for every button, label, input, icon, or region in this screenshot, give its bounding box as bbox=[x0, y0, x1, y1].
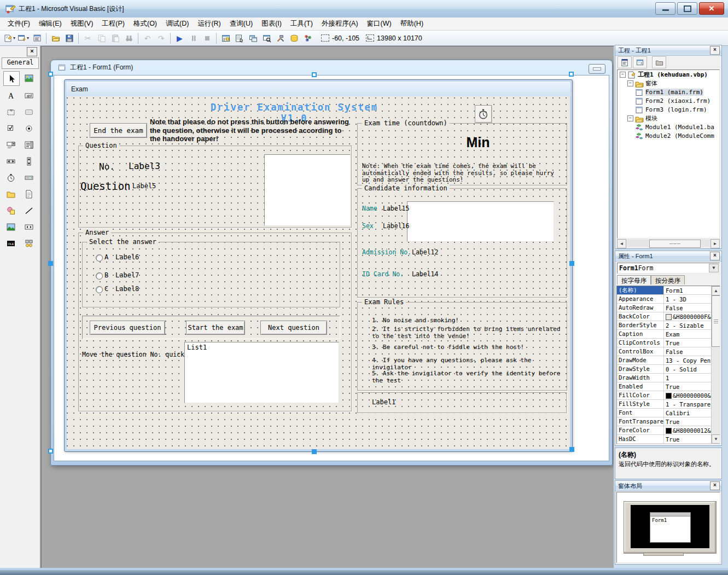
menu-item-11[interactable]: 外接程序(A) bbox=[317, 18, 363, 30]
tree-expander-icon[interactable]: − bbox=[620, 72, 626, 78]
view-code-button[interactable] bbox=[618, 56, 632, 68]
selection-handle[interactable] bbox=[312, 449, 317, 454]
toolbox-button[interactable] bbox=[273, 32, 287, 44]
tool-image-icon[interactable] bbox=[3, 220, 19, 234]
exam-form[interactable]: Exam Driver Examination System V1.0 End … bbox=[64, 79, 573, 452]
tool-dirlistbox-icon[interactable] bbox=[3, 187, 19, 201]
property-row[interactable]: ForeColor&H80000012& bbox=[617, 426, 712, 435]
menu-item-9[interactable]: 图表(I) bbox=[257, 18, 286, 30]
question-list-box[interactable]: List1 bbox=[184, 342, 339, 403]
timer-control[interactable] bbox=[475, 105, 492, 123]
tool-vscrollbar-icon[interactable] bbox=[21, 154, 37, 168]
property-row[interactable]: AutoRedrawFalse bbox=[617, 304, 712, 312]
close-button[interactable]: ✕ bbox=[699, 2, 724, 15]
form-layout-window-button[interactable] bbox=[246, 32, 260, 44]
menu-item-3[interactable]: 视图(V) bbox=[66, 18, 98, 30]
tool-label-icon[interactable]: A bbox=[3, 89, 19, 102]
toolbox-general-tab[interactable]: General bbox=[2, 57, 39, 69]
designer-minimize-button[interactable] bbox=[589, 64, 605, 74]
designer-titlebar[interactable]: 工程1 - Form1 (Form) bbox=[51, 60, 612, 75]
tool-custom-control-icon[interactable] bbox=[21, 236, 37, 250]
tab-categorized[interactable]: 按分类序 bbox=[651, 275, 685, 284]
tool-pointer-icon[interactable] bbox=[3, 71, 20, 86]
menu-item-6[interactable]: 调试(D) bbox=[161, 18, 193, 30]
menu-item-10[interactable]: 工具(T) bbox=[286, 18, 317, 30]
property-row[interactable]: FillStyle1 - Transparent bbox=[617, 400, 712, 409]
property-row[interactable]: HasDCTrue bbox=[617, 435, 712, 444]
menu-item-13[interactable]: 帮助(H) bbox=[396, 18, 428, 30]
option-radio-A[interactable] bbox=[96, 254, 103, 262]
project-explorer-button[interactable] bbox=[219, 32, 232, 44]
scrollbar-thumb[interactable] bbox=[712, 295, 720, 347]
property-row[interactable]: FontTransparentTrue bbox=[617, 417, 712, 426]
selection-handle[interactable] bbox=[569, 261, 574, 266]
property-row[interactable]: Appearance1 - 3D bbox=[617, 295, 712, 304]
tool-picturebox-icon[interactable] bbox=[21, 71, 37, 85]
menu-item-1[interactable]: 文件(F) bbox=[3, 18, 34, 30]
project-titlebar[interactable]: 工程 - 工程1 × bbox=[615, 45, 721, 56]
menu-item-12[interactable]: 窗口(W) bbox=[363, 18, 396, 30]
property-row[interactable]: DrawStyle0 - Solid bbox=[617, 365, 712, 374]
selection-handle[interactable] bbox=[312, 72, 317, 77]
property-row[interactable]: ClipControlsTrue bbox=[617, 339, 712, 347]
tree-item-module1[interactable]: Module1 (Module1.ba bbox=[618, 123, 719, 131]
properties-titlebar[interactable]: 属性 - Form1 × bbox=[615, 251, 721, 262]
layout-titlebar[interactable]: 窗体布局 × bbox=[615, 481, 721, 491]
property-row[interactable]: CaptionExam bbox=[617, 330, 712, 339]
previous-question-button[interactable]: Previous question bbox=[90, 321, 165, 335]
tool-data-icon[interactable] bbox=[21, 220, 37, 234]
tree-item-form3[interactable]: Form3 (login.frm) bbox=[618, 105, 719, 114]
scroll-down-icon[interactable]: ▼ bbox=[712, 434, 720, 444]
mini-form-preview[interactable]: Form1 bbox=[650, 512, 691, 543]
tool-textbox-icon[interactable]: ab bbox=[21, 89, 37, 102]
tab-alphabetic[interactable]: 按字母序 bbox=[617, 275, 651, 284]
project-hscrollbar[interactable]: ◄ ► bbox=[617, 239, 720, 247]
project-close-icon[interactable]: × bbox=[710, 46, 720, 55]
open-project-button[interactable] bbox=[49, 32, 62, 44]
tool-combobox-icon[interactable] bbox=[3, 138, 19, 152]
scroll-up-icon[interactable]: ▲ bbox=[712, 286, 720, 295]
tool-ole-icon[interactable]: OLE bbox=[3, 236, 19, 250]
selection-handle[interactable] bbox=[48, 449, 53, 454]
menu-item-7[interactable]: 运行(R) bbox=[193, 18, 225, 30]
property-row[interactable]: FontCalibri bbox=[617, 409, 712, 417]
scroll-right-icon[interactable]: ► bbox=[710, 239, 720, 248]
tree-item-folder[interactable]: −模块 bbox=[618, 114, 719, 123]
tool-checkbox-icon[interactable] bbox=[3, 121, 19, 135]
tree-item-工程1[interactable]: −工程1 (kehuduan.vbp) bbox=[618, 70, 719, 79]
view-object-button[interactable] bbox=[633, 56, 647, 68]
data-view-window-button[interactable] bbox=[287, 32, 301, 44]
tree-item-folder[interactable]: −窗体 bbox=[618, 79, 719, 88]
start-exam-button[interactable]: Start the exam bbox=[186, 321, 245, 335]
property-row[interactable]: Height10170 bbox=[617, 444, 712, 444]
menu-item-2[interactable]: 编辑(E) bbox=[34, 18, 66, 30]
add-project-button[interactable]: ▾ bbox=[3, 32, 16, 44]
scroll-left-icon[interactable]: ◄ bbox=[617, 239, 626, 248]
end-exam-button[interactable]: End the exam bbox=[90, 123, 147, 138]
property-row[interactable]: EnabledTrue bbox=[617, 382, 712, 391]
start-button[interactable]: ▶ bbox=[173, 32, 187, 44]
tool-commandbutton-icon[interactable] bbox=[21, 105, 37, 119]
menu-item-5[interactable]: 格式(O) bbox=[129, 18, 161, 30]
properties-scrollbar[interactable]: ▲ ▼ bbox=[711, 286, 720, 444]
property-row[interactable]: FillColor&H00000000& bbox=[617, 391, 712, 400]
tool-listbox-icon[interactable] bbox=[21, 138, 37, 152]
toolbox-close-icon[interactable]: × bbox=[27, 47, 37, 56]
tree-expander-icon[interactable]: − bbox=[627, 80, 633, 86]
object-selector[interactable]: Form1 Form ▼ bbox=[617, 263, 720, 274]
next-question-button[interactable]: Next question bbox=[260, 321, 327, 335]
property-row[interactable]: DrawWidth1 bbox=[617, 374, 712, 382]
property-row[interactable]: (名称)Form1 bbox=[617, 286, 712, 295]
tool-drivelistbox-icon[interactable] bbox=[21, 171, 37, 184]
properties-window-button[interactable] bbox=[232, 32, 246, 44]
object-browser-button[interactable] bbox=[260, 32, 273, 44]
tree-item-module2[interactable]: Module2 (ModuleComm bbox=[618, 131, 719, 140]
option-radio-B[interactable] bbox=[96, 272, 103, 280]
property-row[interactable]: BorderStyle2 - Sizable bbox=[617, 321, 712, 330]
option-radio-C[interactable] bbox=[96, 286, 103, 293]
tool-hscrollbar-icon[interactable] bbox=[3, 154, 19, 168]
exam-form-body[interactable]: Driver Examination System V1.0 End the e… bbox=[67, 96, 570, 449]
component-manager-button[interactable] bbox=[301, 32, 315, 44]
tool-timer-icon[interactable] bbox=[3, 171, 19, 184]
menu-item-8[interactable]: 查询(U) bbox=[225, 18, 257, 30]
